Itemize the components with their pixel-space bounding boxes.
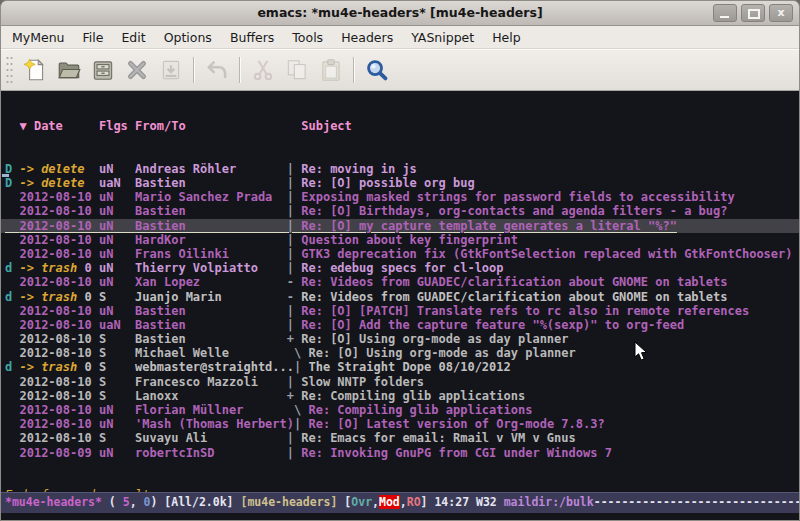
date-cell: 2012-08-10 [19,332,98,346]
thread-char: - [287,275,301,289]
date-cell [84,176,98,190]
maximize-button[interactable] [741,4,765,22]
save-icon [90,57,116,83]
mark-char [5,318,19,332]
flags-cell: S [99,389,135,403]
message-row[interactable]: D -> delete uN Andreas Röhler | Re: movi… [1,162,799,176]
mouse-cursor [634,341,648,362]
from-cell: Lanoxx [135,389,287,403]
from-cell: Suvayu Ali [135,431,287,445]
message-row[interactable]: 2012-08-10 S Bastien + Re: [O] Using org… [1,332,799,346]
headers-header-line[interactable]: ▼ Date Flgs From/To Subject [1,119,799,133]
modeline-segment: ( [102,495,123,509]
flags-cell: uN [99,446,135,460]
flags-cell: uN [99,417,135,431]
message-row[interactable]: 2012-08-10 uN Frans Oilinki | GTK3 depre… [1,247,799,261]
modeline-segment: , [372,495,379,509]
thread-char: | [287,219,301,233]
menu-options[interactable]: Options [155,27,221,48]
from-cell: robertcInSD [135,446,287,460]
menu-tools[interactable]: Tools [283,27,332,48]
message-row[interactable]: 2012-08-10 uN Bastien | Re: [O] my captu… [1,219,799,233]
modeline-segment: Ovr [351,495,372,509]
menu-bar: MyMenuFileEditOptionsBuffersToolsHeaders… [1,26,799,49]
date-cell: 2012-08-10 [19,190,98,204]
flags-cell: uN [99,190,135,204]
search-button[interactable] [360,53,394,87]
subject-cell: Re: [O] Birthdays, org-contacts and agen… [301,204,727,218]
menu-file[interactable]: File [74,27,113,48]
open-button[interactable] [52,53,86,87]
subject-cell: The Straight Dope 08/10/2012 [308,360,510,374]
menu-edit[interactable]: Edit [112,27,154,48]
from-cell: Frans Oilinki [135,247,287,261]
close-buffer-button[interactable] [120,53,154,87]
mark-char [5,304,19,318]
message-row[interactable]: D -> delete uaN Bastien | Re: [O] possib… [1,176,799,190]
from-cell: Florian Müllner [135,403,287,417]
title-bar[interactable]: emacs: *mu4e-headers* [mu4e-headers] x [1,1,799,26]
echo-area[interactable] [1,513,799,521]
message-row[interactable]: 2012-08-10 uN 'Mash (Thomas Herbert)| Re… [1,417,799,431]
from-cell: Bastien [135,204,287,218]
subject-cell: Re: [O] Using org-mode as day planner [301,332,568,346]
mark-char [5,446,19,460]
message-row[interactable]: 2012-08-10 uN Mario Sanchez Prada | Expo… [1,190,799,204]
message-row[interactable]: 2012-08-10 uN Bastien | Re: [O] [PATCH] … [1,304,799,318]
date-cell: 2012-08-10 [19,304,98,318]
new-file-button[interactable] [18,53,52,87]
message-row[interactable]: 2012-08-10 S Lanoxx + Re: Compiling glib… [1,389,799,403]
window-title: emacs: *mu4e-headers* [mu4e-headers] [1,5,799,20]
thread-char: | [287,261,301,275]
from-cell: Francesco Mazzoli [135,375,287,389]
message-row[interactable]: 2012-08-09 uN robertcInSD | Re: Invoking… [1,446,799,460]
from-cell: Bastien [135,332,287,346]
from-cell: Juanjo Marin [135,290,287,304]
message-row[interactable]: 2012-08-10 uN HardKor | Question about k… [1,233,799,247]
column-date: ▼ Date [19,119,98,133]
subject-cell: Slow NNTP folders [301,375,424,389]
undo-icon [204,57,230,83]
message-row[interactable]: d -> trash 0 S Juanjo Marin - Re: Videos… [1,290,799,304]
message-row[interactable]: d -> trash 0 uN Thierry Volpiatto | Re: … [1,261,799,275]
thread-char: + [287,389,301,403]
flags-cell: uaN [99,176,135,190]
message-row[interactable]: 2012-08-10 S Michael Welle \ Re: [O] Usi… [1,346,799,360]
menu-help[interactable]: Help [483,27,530,48]
headers-list: D -> delete uN Andreas Röhler | Re: movi… [1,162,799,460]
message-row[interactable]: 2012-08-10 uaN Bastien | Re: [O] Add the… [1,318,799,332]
save-button[interactable] [86,53,120,87]
menu-buffers[interactable]: Buffers [221,27,283,48]
flags-cell: uN [99,304,135,318]
toolbar-drag-handle[interactable] [5,55,14,85]
message-row[interactable]: 2012-08-10 uN Bastien | Re: [O] Birthday… [1,204,799,218]
menu-yasnippet[interactable]: YASnippet [402,27,483,48]
close-button[interactable]: x [769,4,793,22]
mark-char: d [5,290,19,304]
from-cell: Bastien [135,318,287,332]
subject-cell: Re: Emacs for email: Rmail v VM v Gnus [301,431,576,445]
end-of-search-status: End of search results [1,488,799,492]
flags-cell: uN [99,233,135,247]
flags-cell: S [99,332,135,346]
mark-char [5,346,19,360]
undo-button [200,53,234,87]
message-row[interactable]: 2012-08-10 S Francesco Mazzoli | Slow NN… [1,375,799,389]
message-row[interactable]: 2012-08-10 S Suvayu Ali | Re: Emacs for … [1,431,799,445]
headers-buffer[interactable]: ▼ Date Flgs From/To Subject D -> delete … [1,91,799,492]
menu-mymenu[interactable]: MyMenu [3,27,74,48]
thread-char: \ [287,346,309,360]
message-row[interactable]: 2012-08-10 uN Xan Lopez - Re: Videos fro… [1,275,799,289]
subject-cell: Re: edebug specs for cl-loop [301,261,503,275]
mode-line[interactable]: *mu4e-headers* ( 5, 0) [All/2.0k] [mu4e-… [1,492,799,513]
message-row[interactable]: 2012-08-10 uN Florian Müllner \ Re: Comp… [1,403,799,417]
minimize-button[interactable] [713,4,737,22]
thread-char: | [287,318,301,332]
message-row[interactable]: d -> trash 0 S webmaster@straightd...| T… [1,360,799,374]
modeline-segment: [ [337,495,351,509]
flags-cell: uN [99,261,135,275]
mark-target: -> delete [19,162,84,176]
close-icon: x [770,5,792,21]
menu-headers[interactable]: Headers [332,27,402,48]
subject-cell: Re: [O] [PATCH] Translate refs to rc als… [301,304,749,318]
